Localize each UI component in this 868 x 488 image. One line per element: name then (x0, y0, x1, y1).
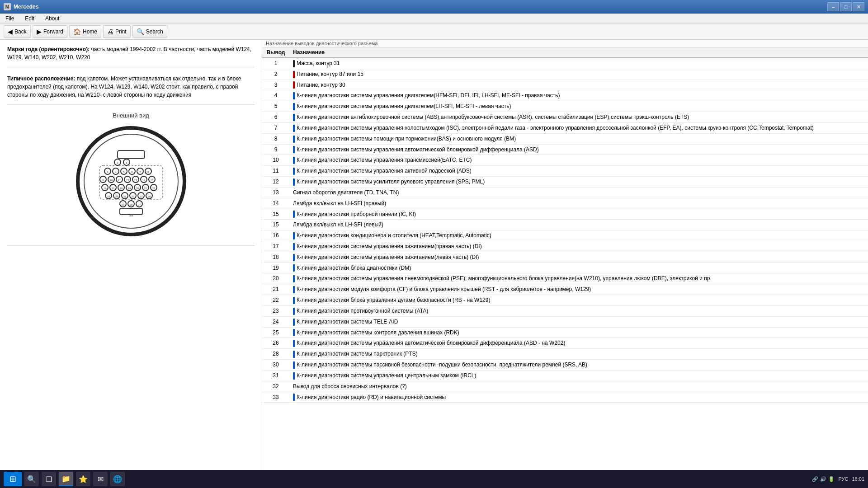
taskbar-store-icon[interactable]: ⭐ (76, 472, 90, 486)
title-bar-left: M Mercedes (4, 3, 38, 10)
pin-table: Вывод Назначение 1Масса, контур 312Питан… (262, 47, 868, 403)
color-indicator (293, 329, 295, 336)
table-row: 15К-линия диагностики приборной панели (… (262, 209, 868, 220)
pin-number: 30 (262, 360, 289, 371)
content-area: Марки года (ориентировочно): часть модел… (0, 40, 868, 470)
svg-text:1: 1 (117, 162, 118, 164)
svg-point-0 (78, 128, 184, 235)
table-header-row: Вывод Назначение (262, 47, 868, 58)
pin-description: Питание, контур 87 или 15 (289, 69, 868, 80)
svg-text:28: 28 (147, 195, 151, 198)
svg-text:36: 36 (129, 203, 132, 206)
color-indicator (293, 168, 295, 175)
table-row: 30К-линия диагностики системы пассивной … (262, 360, 868, 371)
toolbar: ◀ Back ▶ Forward 🏠 Home 🖨 Print 🔍 Search (0, 23, 868, 40)
menu-edit[interactable]: Edit (21, 14, 38, 23)
pin-number: 14 (262, 198, 289, 209)
color-indicator (293, 275, 295, 282)
color-indicator (293, 178, 295, 186)
pin-number: 15 (262, 209, 289, 220)
pin-number: 31 (262, 370, 289, 381)
pin-description: Масса, контур 31 (289, 58, 868, 69)
table-row: 2Питание, контур 87 или 15 (262, 69, 868, 80)
window-controls: – □ ✕ (827, 2, 864, 11)
table-row: 19К-линия диагностики блока диагностики … (262, 263, 868, 273)
search-button[interactable]: 🔍 Search (132, 25, 167, 38)
table-row: 5К-линия диагностики системы управления … (262, 101, 868, 112)
taskbar-task-view-icon[interactable]: ❑ (42, 472, 56, 486)
menu-about[interactable]: About (42, 14, 63, 23)
pin-description: К-линия диагностики системы управления з… (289, 252, 868, 263)
pin-number: 24 (262, 316, 289, 327)
taskbar-mail-icon[interactable]: ✉ (93, 472, 108, 486)
pin-description: К-линия диагностики системы управления д… (289, 101, 868, 112)
forward-icon: ▶ (37, 28, 42, 35)
location-note: Типичное расположение: под капотом. Може… (7, 75, 255, 99)
taskbar-file-explorer-icon[interactable]: 📁 (59, 472, 73, 486)
pin-number: 21 (262, 284, 289, 295)
view-section: Внешний вид (7, 112, 255, 246)
table-row: 16К-линия диагностики кондиционера и ото… (262, 230, 868, 241)
svg-text:38: 38 (129, 213, 133, 217)
table-row: 15Лямбда вкл/выкл на LH-SFI (левый) (262, 220, 868, 230)
pin-number: 19 (262, 263, 289, 273)
svg-text:11: 11 (118, 179, 121, 182)
svg-text:27: 27 (139, 195, 142, 198)
color-indicator (293, 286, 295, 293)
color-indicator (293, 60, 295, 67)
pin-description: К-линия диагностики системы управления а… (289, 166, 868, 177)
table-row: 7К-линия диагностики системы управления … (262, 122, 868, 133)
color-indicator (293, 361, 295, 369)
pin-number: 33 (262, 392, 289, 403)
taskbar-edge-icon[interactable]: 🌐 (110, 472, 125, 486)
menu-file[interactable]: File (2, 14, 18, 23)
svg-text:12: 12 (126, 179, 129, 182)
minimize-button[interactable]: – (827, 2, 839, 11)
forward-button[interactable]: ▶ Forward (33, 25, 67, 38)
print-button[interactable]: 🖨 Print (103, 25, 131, 38)
table-row: 23К-линия диагностики противоугонной сис… (262, 305, 868, 316)
taskbar-search-icon[interactable]: 🔍 (24, 472, 39, 486)
svg-text:26: 26 (131, 195, 134, 198)
close-button[interactable]: ✕ (853, 2, 864, 11)
pin-number: 5 (262, 101, 289, 112)
pin-description: Питание, контур 30 (289, 80, 868, 90)
pin-number: 8 (262, 133, 289, 144)
color-indicator (293, 297, 295, 304)
pin-number: 13 (262, 187, 289, 198)
table-row: 24К-линия диагностики системы TELE-AID (262, 316, 868, 327)
table-row: 33К-линия диагностики радио (RD) и навиг… (262, 392, 868, 403)
color-indicator (293, 308, 295, 315)
pin-description: К-линия диагностики системы управления т… (289, 155, 868, 166)
svg-text:2: 2 (126, 162, 127, 164)
table-row: 18К-линия диагностики системы управления… (262, 252, 868, 263)
home-button[interactable]: 🏠 Home (69, 25, 101, 38)
svg-text:6: 6 (131, 171, 133, 174)
svg-text:22: 22 (152, 187, 155, 190)
table-row: 13Сигнал оборотов двигателя (TD, TNA, TN… (262, 187, 868, 198)
svg-text:13: 13 (134, 179, 137, 182)
battery-icon: 🔋 (828, 476, 835, 482)
title-bar: M Mercedes – □ ✕ (0, 0, 868, 14)
svg-text:8: 8 (147, 171, 149, 174)
svg-text:37: 37 (137, 203, 141, 206)
color-indicator (293, 71, 295, 78)
taskbar-time: 18:01 (852, 476, 864, 482)
pin-description: К-линия диагностики противоугонной систе… (289, 305, 868, 316)
color-indicator (293, 264, 295, 272)
back-button[interactable]: ◀ Back (4, 25, 31, 38)
pin-number: 6 (262, 112, 289, 123)
pin-number: 15 (262, 220, 289, 230)
pin-description: К-линия диагностики антиблокировочной си… (289, 112, 868, 123)
pin-number: 4 (262, 90, 289, 101)
svg-text:20: 20 (136, 187, 139, 190)
table-row: 8К-линия диагностики системы помощи при … (262, 133, 868, 144)
table-row: 6К-линия диагностики антиблокировочной с… (262, 112, 868, 123)
col-pin-header: Вывод (262, 47, 289, 58)
search-icon: 🔍 (137, 28, 144, 35)
start-button[interactable]: ⊞ (4, 472, 22, 486)
table-row: 21К-линия диагностики модуля комфорта (C… (262, 284, 868, 295)
svg-text:24: 24 (115, 195, 118, 198)
left-panel: Марки года (ориентировочно): часть модел… (0, 40, 262, 470)
maximize-button[interactable]: □ (840, 2, 852, 11)
